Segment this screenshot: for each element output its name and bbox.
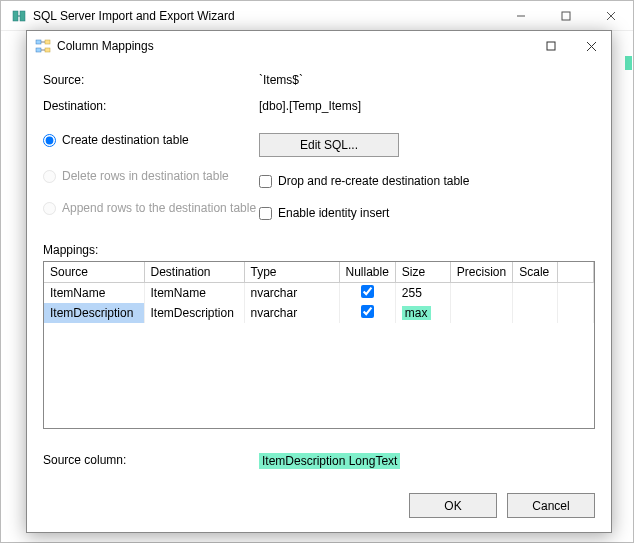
create-table-label: Create destination table — [62, 133, 189, 147]
parent-close-button[interactable] — [588, 1, 633, 31]
append-rows-label: Append rows to the destination table — [62, 201, 256, 215]
svg-rect-8 — [36, 48, 41, 52]
col-header-nullable[interactable]: Nullable — [339, 262, 395, 282]
svg-rect-1 — [20, 11, 25, 21]
modal-title: Column Mappings — [57, 39, 154, 53]
edit-sql-button[interactable]: Edit SQL... — [259, 133, 399, 157]
source-label: Source: — [43, 73, 259, 87]
svg-rect-9 — [45, 48, 50, 52]
delete-rows-radio — [43, 170, 56, 183]
nullable-checkbox[interactable] — [361, 305, 374, 318]
table-cell[interactable]: ItemDescription — [144, 303, 244, 323]
col-header-destination[interactable]: Destination — [144, 262, 244, 282]
modal-maximize-button[interactable] — [531, 32, 571, 60]
svg-rect-7 — [45, 40, 50, 44]
size-cell[interactable]: max — [395, 303, 450, 323]
source-value: `Items$` — [259, 73, 303, 87]
table-row[interactable]: ItemDescriptionItemDescriptionnvarcharma… — [44, 303, 594, 323]
table-cell[interactable] — [513, 303, 558, 323]
svg-rect-3 — [562, 12, 570, 20]
svg-rect-0 — [13, 11, 18, 21]
table-cell[interactable]: nvarchar — [244, 282, 339, 303]
table-cell[interactable] — [513, 282, 558, 303]
modal-titlebar: Column Mappings — [27, 31, 611, 61]
decorative-strip — [625, 56, 632, 70]
size-cell[interactable]: 255 — [395, 282, 450, 303]
drop-recreate-checkbox[interactable] — [259, 175, 272, 188]
identity-insert-label: Enable identity insert — [278, 206, 389, 220]
col-header-scale[interactable]: Scale — [513, 262, 558, 282]
spacer-cell — [558, 303, 594, 323]
nullable-checkbox[interactable] — [361, 285, 374, 298]
parent-maximize-button[interactable] — [543, 1, 588, 31]
parent-minimize-button[interactable] — [498, 1, 543, 31]
table-cell[interactable] — [450, 303, 512, 323]
app-icon — [11, 8, 27, 24]
source-column-value: ItemDescription LongText — [259, 453, 400, 469]
table-cell[interactable]: ItemName — [144, 282, 244, 303]
column-mappings-dialog: Column Mappings Source: `Items$` Destina… — [26, 30, 612, 533]
svg-rect-12 — [547, 42, 555, 50]
delete-rows-label: Delete rows in destination table — [62, 169, 229, 183]
cancel-button[interactable]: Cancel — [507, 493, 595, 518]
append-rows-radio — [43, 202, 56, 215]
modal-close-button[interactable] — [571, 32, 611, 60]
table-cell[interactable]: ItemDescription — [44, 303, 144, 323]
ok-button[interactable]: OK — [409, 493, 497, 518]
spacer-cell — [558, 282, 594, 303]
create-table-radio[interactable] — [43, 134, 56, 147]
nullable-cell[interactable] — [339, 303, 395, 323]
drop-recreate-label: Drop and re-create destination table — [278, 174, 469, 188]
destination-value: [dbo].[Temp_Items] — [259, 99, 361, 113]
parent-title: SQL Server Import and Export Wizard — [33, 9, 235, 23]
col-header-size[interactable]: Size — [395, 262, 450, 282]
svg-rect-6 — [36, 40, 41, 44]
col-header-precision[interactable]: Precision — [450, 262, 512, 282]
col-header-source[interactable]: Source — [44, 262, 144, 282]
col-header-spacer — [558, 262, 594, 282]
source-column-label: Source column: — [43, 453, 259, 469]
mappings-grid[interactable]: Source Destination Type Nullable Size Pr… — [43, 261, 595, 429]
destination-label: Destination: — [43, 99, 259, 113]
table-cell[interactable] — [450, 282, 512, 303]
table-cell[interactable]: ItemName — [44, 282, 144, 303]
mappings-label: Mappings: — [43, 243, 595, 257]
col-header-type[interactable]: Type — [244, 262, 339, 282]
nullable-cell[interactable] — [339, 282, 395, 303]
mappings-icon — [35, 38, 51, 54]
table-row[interactable]: ItemNameItemNamenvarchar255 — [44, 282, 594, 303]
table-cell[interactable]: nvarchar — [244, 303, 339, 323]
identity-insert-checkbox[interactable] — [259, 207, 272, 220]
parent-titlebar: SQL Server Import and Export Wizard — [1, 1, 633, 31]
